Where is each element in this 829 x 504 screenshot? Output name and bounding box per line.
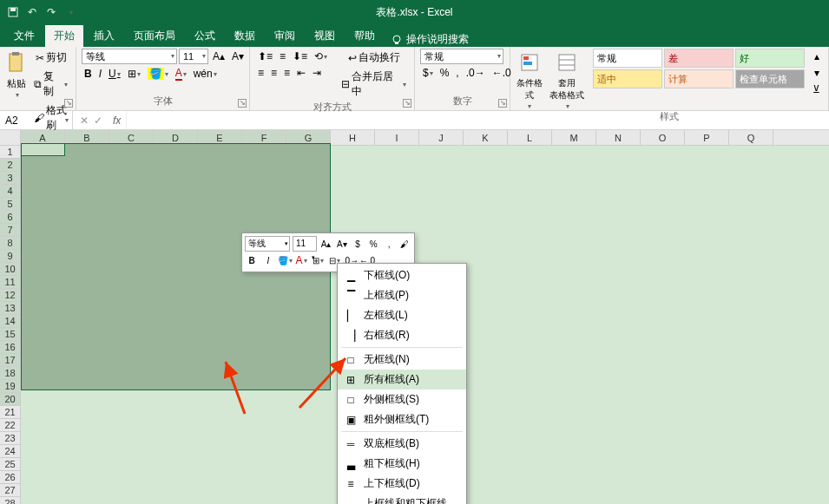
format-as-table-icon[interactable] <box>556 49 578 76</box>
row-header[interactable]: 20 <box>0 393 21 406</box>
conditional-format-icon[interactable] <box>518 49 541 76</box>
style-normal[interactable]: 常规 <box>593 49 662 68</box>
column-header[interactable]: J <box>419 130 464 145</box>
column-header[interactable]: L <box>508 130 552 145</box>
row-header[interactable]: 28 <box>0 497 21 504</box>
font-size-combo[interactable]: 11 <box>179 49 208 64</box>
tab-insert[interactable]: 插入 <box>85 25 123 47</box>
align-middle-icon[interactable]: ≡ <box>277 49 288 64</box>
tab-formulas[interactable]: 公式 <box>186 25 224 47</box>
style-good[interactable]: 好 <box>735 49 805 68</box>
undo-icon[interactable]: ↶ <box>26 6 38 18</box>
name-box[interactable]: A2 <box>0 111 73 129</box>
row-header[interactable]: 4 <box>0 185 21 198</box>
mini-bold-button[interactable]: B <box>245 253 259 267</box>
row-header[interactable]: 27 <box>0 484 21 497</box>
alignment-launcher[interactable]: ↘ <box>403 99 411 108</box>
font-launcher[interactable]: ↘ <box>238 99 247 108</box>
row-header[interactable]: 12 <box>0 289 21 302</box>
row-header[interactable]: 13 <box>0 302 21 315</box>
style-gallery-down-icon[interactable]: ▾ <box>810 65 823 81</box>
row-header[interactable]: 21 <box>0 406 21 419</box>
row-header[interactable]: 25 <box>0 458 21 471</box>
menu-thick-bottom[interactable]: ▃粗下框线(H) <box>338 454 466 474</box>
row-header[interactable]: 7 <box>0 224 21 237</box>
row-header[interactable]: 8 <box>0 237 21 250</box>
mini-increase-font-icon[interactable]: A▴ <box>319 237 332 251</box>
row-header[interactable]: 18 <box>0 367 21 380</box>
fill-color-button[interactable]: 🪣▾ <box>145 66 171 82</box>
menu-top-bottom[interactable]: ≡上下框线(D) <box>338 474 466 494</box>
style-bad[interactable]: 差 <box>664 49 734 68</box>
column-header[interactable]: I <box>375 130 419 145</box>
orientation-icon[interactable]: ⟲▾ <box>312 49 330 64</box>
column-header[interactable]: Q <box>729 130 773 145</box>
row-header[interactable]: 9 <box>0 250 21 263</box>
cut-button[interactable]: ✂剪切 <box>31 49 70 67</box>
row-header[interactable]: 1 <box>0 146 21 159</box>
menu-top-thick-bottom[interactable]: ≡上框线和粗下框线(C) <box>338 494 466 504</box>
tell-me-search[interactable]: 操作说明搜索 <box>391 32 469 47</box>
row-header[interactable]: 6 <box>0 211 21 224</box>
tab-home[interactable]: 开始 <box>45 25 83 47</box>
row-header[interactable]: 23 <box>0 432 21 445</box>
row-header[interactable]: 26 <box>0 471 21 484</box>
increase-indent-icon[interactable]: ⇥ <box>310 65 324 81</box>
cancel-formula-icon[interactable]: ✕ <box>80 115 89 127</box>
increase-decimal-icon[interactable]: .0→ <box>464 65 488 81</box>
mini-font-combo[interactable]: 等线 <box>245 236 290 252</box>
menu-no-border[interactable]: □无框线(N) <box>338 350 466 370</box>
menu-left-border[interactable]: ▏左框线(L) <box>338 305 466 325</box>
number-launcher[interactable]: ↘ <box>498 99 507 108</box>
mini-currency-icon[interactable]: $ <box>351 237 364 251</box>
currency-icon[interactable]: $▾ <box>420 65 436 81</box>
bold-button[interactable]: B <box>82 66 95 82</box>
merge-center-button[interactable]: ⊟合并后居中▾ <box>339 68 409 101</box>
underline-button[interactable]: U▾ <box>106 66 123 82</box>
row-header[interactable]: 15 <box>0 328 21 341</box>
phonetic-button[interactable]: wén▾ <box>191 66 220 82</box>
number-format-combo[interactable]: 常规 <box>420 49 503 64</box>
mini-italic-button[interactable]: I <box>261 253 275 267</box>
style-gallery-up-icon[interactable]: ▴ <box>810 49 823 64</box>
row-header[interactable]: 24 <box>0 445 21 458</box>
align-top-icon[interactable]: ⬆≡ <box>255 49 275 64</box>
align-bottom-icon[interactable]: ⬇≡ <box>290 49 310 64</box>
tab-file[interactable]: 文件 <box>5 25 43 47</box>
comma-icon[interactable]: , <box>453 65 461 81</box>
tab-layout[interactable]: 页面布局 <box>125 25 184 47</box>
save-icon[interactable] <box>7 6 19 18</box>
row-header[interactable]: 3 <box>0 172 21 185</box>
mini-font-color-icon[interactable]: A▾ <box>294 253 308 267</box>
menu-double-bottom[interactable]: ═双底框线(B) <box>338 434 466 454</box>
clipboard-launcher[interactable]: ↘ <box>64 99 73 108</box>
decrease-font-icon[interactable]: A▾ <box>229 49 247 64</box>
mini-percent-icon[interactable]: % <box>367 237 380 251</box>
style-calc[interactable]: 计算 <box>664 69 734 88</box>
menu-all-borders[interactable]: ⊞所有框线(A) <box>338 370 466 389</box>
enter-formula-icon[interactable]: ✓ <box>94 115 102 127</box>
paste-icon[interactable] <box>5 49 28 76</box>
row-header[interactable]: 2 <box>0 159 21 172</box>
align-right-icon[interactable]: ≡ <box>281 65 293 81</box>
row-header[interactable]: 22 <box>0 419 21 432</box>
row-header[interactable]: 19 <box>0 380 21 393</box>
increase-font-icon[interactable]: A▴ <box>210 49 227 64</box>
percent-icon[interactable]: % <box>438 65 452 81</box>
column-header[interactable]: P <box>685 130 729 145</box>
fx-icon[interactable]: fx <box>109 115 121 127</box>
column-header[interactable]: O <box>641 130 685 145</box>
tab-help[interactable]: 帮助 <box>345 25 384 47</box>
menu-right-border[interactable]: ▕右框线(R) <box>338 325 466 345</box>
tab-data[interactable]: 数据 <box>226 25 264 47</box>
qat-dropdown-icon[interactable]: ▾ <box>65 6 77 18</box>
font-color-button[interactable]: A▾ <box>173 65 189 82</box>
column-header[interactable]: H <box>331 130 375 145</box>
mini-comma-icon[interactable]: , <box>383 237 396 251</box>
mini-format-painter-icon[interactable]: 🖌 <box>398 237 411 251</box>
menu-outside-borders[interactable]: □外侧框线(S) <box>338 389 466 409</box>
align-center-icon[interactable]: ≡ <box>268 65 280 81</box>
tab-review[interactable]: 审阅 <box>266 25 304 47</box>
column-header[interactable]: K <box>464 130 508 145</box>
column-header[interactable]: N <box>596 130 641 145</box>
